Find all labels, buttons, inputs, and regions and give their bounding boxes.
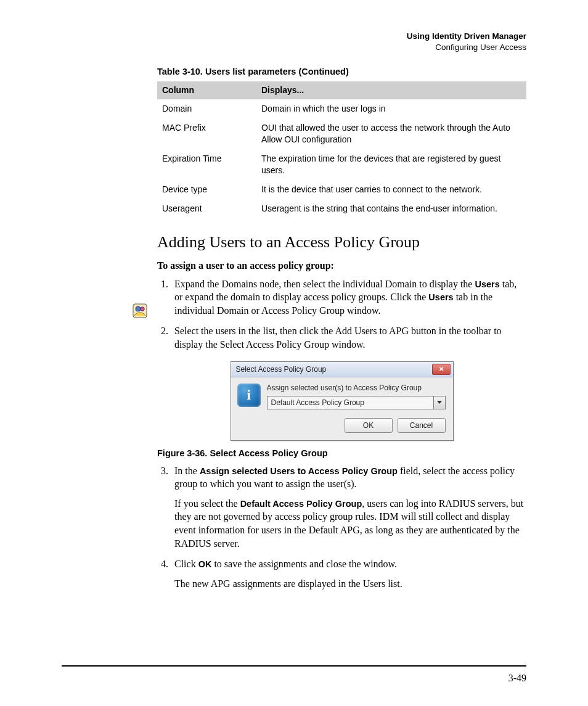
info-icon: i (237, 384, 261, 407)
table-header-column: Column (157, 81, 256, 99)
table-row: Domain Domain in which the user logs in (157, 99, 526, 118)
table-header-row: Column Displays... (157, 81, 526, 99)
cell-col1: Domain (157, 99, 256, 118)
cell-col2: Domain in which the user logs in (256, 99, 526, 118)
step-4-text-c: to save the assignments and close the wi… (211, 559, 397, 569)
cancel-button[interactable]: Cancel (398, 418, 446, 433)
running-header: Using Identity Driven Manager Configurin… (62, 31, 526, 53)
access-policy-group-select[interactable]: Default Access Policy Group (267, 396, 446, 409)
step-4-text-a: Click (174, 559, 198, 569)
running-header-subtitle: Configuring User Access (62, 42, 526, 53)
figure-dialog-container: Select Access Policy Group ✕ i Assign se… (157, 361, 526, 441)
cell-col2: It is the device that user carries to co… (256, 180, 526, 199)
procedure-lead: To assign a user to an access policy gro… (157, 260, 526, 271)
cell-col1: MAC Prefix (157, 118, 256, 149)
ok-label: OK (198, 559, 212, 569)
select-value: Default Access Policy Group (267, 396, 433, 409)
table-caption: Table 3-10. Users list parameters (Conti… (157, 67, 526, 76)
step-3-p2-a: If you select the (174, 498, 240, 509)
add-users-to-apg-icon (133, 303, 147, 318)
cell-col1: Device type (157, 180, 256, 199)
default-apg-label: Default Access Policy Group (240, 499, 362, 509)
figure-caption: Figure 3-36. Select Access Policy Group (157, 448, 526, 458)
running-header-title: Using Identity Driven Manager (62, 31, 526, 42)
users-tab-label: Users (475, 279, 499, 289)
step-1: Expand the Domains node, then select the… (171, 277, 526, 318)
users-tab-label: Users (428, 292, 453, 302)
dialog-title-text: Select Access Policy Group (236, 365, 327, 374)
step-1-text-a: Expand the Domains node, then select the… (174, 279, 475, 289)
page-number: 3-49 (508, 673, 526, 684)
cell-col2: OUI that allowed the user to access the … (256, 118, 526, 149)
select-access-policy-group-dialog: Select Access Policy Group ✕ i Assign se… (231, 361, 454, 441)
procedure-steps: Expand the Domains node, then select the… (157, 277, 526, 351)
table-row: MAC Prefix OUI that allowed the user to … (157, 118, 526, 149)
section-heading: Adding Users to an Access Policy Group (157, 233, 526, 252)
users-params-table: Column Displays... Domain Domain in whic… (157, 81, 526, 218)
step-3-text-a: In the (174, 466, 200, 476)
assign-field-label: Assign selected Users to Access Policy G… (200, 466, 398, 476)
dialog-message: Assign selected user(s) to Access Policy… (267, 384, 446, 392)
footer-rule (62, 665, 526, 667)
table-row: Expiration Time The expiration time for … (157, 149, 526, 180)
step-2: Select the users in the list, then click… (171, 324, 526, 351)
table-row: Useragent Useragent is the string that c… (157, 199, 526, 218)
cell-col2: Useragent is the string that contains th… (256, 199, 526, 218)
ok-button[interactable]: OK (345, 418, 393, 433)
chevron-down-icon[interactable] (433, 396, 445, 409)
step-4-p2: The new APG assignments are displayed in… (174, 577, 526, 591)
step-4: Click OK to save the assignments and clo… (171, 557, 526, 590)
procedure-steps-continued: In the Assign selected Users to Access P… (157, 464, 526, 591)
cell-col1: Expiration Time (157, 149, 256, 180)
step-3: In the Assign selected Users to Access P… (171, 464, 526, 551)
table-header-displays: Displays... (256, 81, 526, 99)
svg-point-2 (141, 307, 144, 311)
cell-col1: Useragent (157, 199, 256, 218)
close-icon[interactable]: ✕ (432, 364, 451, 375)
dialog-titlebar: Select Access Policy Group ✕ (231, 362, 453, 377)
cell-col2: The expiration time for the devices that… (256, 149, 526, 180)
table-row: Device type It is the device that user c… (157, 180, 526, 199)
svg-point-1 (136, 306, 141, 311)
